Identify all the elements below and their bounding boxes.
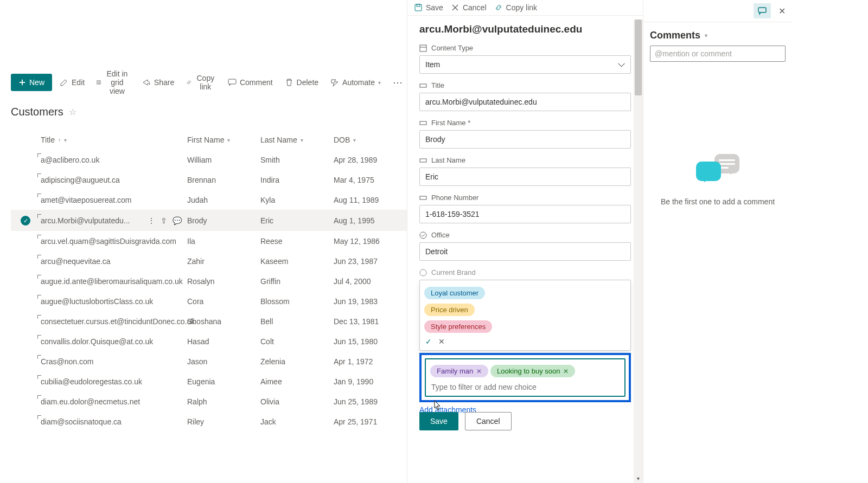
svg-rect-1	[228, 79, 236, 84]
column-header-lastname[interactable]: Last Name▾	[260, 136, 334, 144]
choice-filter-input[interactable]	[430, 379, 620, 392]
chevron-down-icon: ▾	[705, 33, 707, 38]
scroll-down-icon[interactable]: ▾	[634, 474, 643, 483]
row-lastname: Aimee	[260, 377, 334, 386]
phone-input[interactable]: 1-618-159-3521	[419, 205, 631, 223]
new-button[interactable]: New	[11, 74, 52, 91]
column-header-title[interactable]: Title↑▾	[41, 136, 187, 144]
row-title: arcu@nequevitae.ca	[41, 257, 111, 266]
column-header-firstname[interactable]: First Name▾	[187, 136, 260, 144]
form-cancel-button[interactable]: Cancel	[465, 412, 512, 430]
chevron-down-icon: ▾	[378, 80, 381, 86]
comment-input[interactable]: @mention or comment	[650, 46, 786, 62]
scroll-thumb[interactable]	[635, 20, 642, 95]
row-title: cubilia@eudoloregestas.co.uk	[41, 377, 142, 386]
row-dob: Apr 28, 1989	[334, 156, 407, 164]
row-comment-icon[interactable]: 💬	[173, 216, 182, 225]
title-input[interactable]: arcu.Morbi@vulputateduinec.edu	[419, 93, 631, 111]
lastname-label: Last Name	[419, 156, 631, 164]
row-firstname: Cora	[187, 297, 260, 306]
close-icon[interactable]: ✕	[778, 6, 786, 16]
tag-input[interactable]: Family man✕ Looking to buy soon✕	[425, 358, 626, 397]
comment-button[interactable]: Comment	[224, 74, 277, 91]
favorite-star-icon[interactable]: ☆	[69, 107, 76, 117]
table-row[interactable]: adipiscing@augueut.caBrennanIndiraMar 4,…	[11, 170, 407, 190]
svg-rect-3	[417, 4, 420, 7]
table-row[interactable]: arcu@nequevitae.caZahirKaseemJun 23, 198…	[11, 251, 407, 271]
content-type-label: Content Type	[419, 44, 631, 52]
svg-rect-4	[420, 45, 426, 51]
row-title: Cras@non.com	[41, 357, 93, 366]
content-type-select[interactable]: Item	[419, 55, 631, 74]
share-label: Share	[154, 78, 174, 87]
row-lastname: Kyla	[260, 196, 334, 204]
edit-label: Edit	[72, 78, 85, 87]
selected-tag[interactable]: Family man✕	[430, 365, 488, 377]
panel-save-button[interactable]: Save	[414, 3, 443, 12]
table-row[interactable]: consectetuer.cursus.et@tinciduntDonec.co…	[11, 311, 407, 331]
row-firstname: Riley	[187, 417, 260, 426]
confirm-icon[interactable]: ✓	[425, 337, 432, 346]
empty-comments-graphic	[696, 154, 739, 186]
row-lastname: Indira	[260, 176, 334, 184]
row-share-icon[interactable]: ⇪	[161, 216, 167, 225]
delete-button[interactable]: Delete	[280, 74, 323, 91]
item-title: arcu.Morbi@vulputateduinec.edu	[419, 23, 631, 35]
row-firstname: Hasad	[187, 337, 260, 346]
row-dob: Jan 9, 1990	[334, 377, 407, 386]
lastname-input[interactable]: Eric	[419, 168, 631, 186]
selected-tag[interactable]: Looking to buy soon✕	[490, 365, 575, 377]
office-input[interactable]: Detroit	[419, 242, 631, 261]
table-row[interactable]: Cras@non.comJasonZeleniaApr 1, 1972	[11, 351, 407, 371]
form-save-button[interactable]: Save	[419, 412, 458, 430]
comments-title[interactable]: Comments ▾	[643, 22, 792, 46]
sort-ascending-icon: ↑	[58, 137, 61, 143]
cancel-icon[interactable]: ✕	[438, 337, 445, 346]
remove-tag-icon[interactable]: ✕	[476, 368, 482, 375]
table-row[interactable]: cubilia@eudoloregestas.co.ukEugeniaAimee…	[11, 371, 407, 391]
remove-tag-icon[interactable]: ✕	[563, 368, 569, 375]
table-row[interactable]: amet@vitaeposuereat.comJudahKylaAug 11, …	[11, 190, 407, 210]
panel-save-label: Save	[426, 3, 443, 12]
office-label: Office	[419, 231, 631, 239]
firstname-input[interactable]: Brody	[419, 130, 631, 149]
more-actions-button[interactable]: ⋯	[388, 72, 407, 93]
table-row[interactable]: diam@sociisnatoque.caRileyJackApr 25, 19…	[11, 411, 407, 432]
panel-copylink-button[interactable]: Copy link	[494, 3, 538, 12]
row-firstname: Brody	[187, 216, 260, 225]
copy-link-button[interactable]: Copy link	[182, 69, 220, 95]
table-row[interactable]: augue@luctuslobortisClass.co.ukCoraBloss…	[11, 291, 407, 311]
row-dob: May 12, 1986	[334, 237, 407, 246]
selected-check-icon[interactable]: ✓	[21, 216, 30, 226]
row-more-icon[interactable]: ⋮	[148, 216, 155, 225]
table-row[interactable]: convallis.dolor.Quisque@at.co.ukHasadCol…	[11, 331, 407, 351]
edit-grid-label: Edit in grid view	[104, 69, 130, 95]
row-title: diam@sociisnatoque.ca	[41, 417, 122, 426]
row-firstname: Brennan	[187, 176, 260, 184]
table-row[interactable]: a@aclibero.co.ukWilliamSmithApr 28, 1989	[11, 150, 407, 170]
row-firstname: Zahir	[187, 257, 260, 266]
edit-button[interactable]: Edit	[55, 74, 89, 91]
edit-grid-button[interactable]: Edit in grid view	[92, 65, 135, 100]
item-details-panel: Save Cancel Copy link arcu.Morbi@vulputa…	[407, 0, 643, 483]
choice-option[interactable]: Loyal customer	[424, 287, 485, 299]
row-dob: Jun 15, 1980	[334, 337, 407, 346]
table-row[interactable]: augue.id.ante@liberomaurisaliquam.co.ukR…	[11, 271, 407, 291]
panel-cancel-button[interactable]: Cancel	[451, 3, 487, 12]
table-row[interactable]: arcu.vel.quam@sagittisDuisgravida.comIla…	[11, 231, 407, 251]
svg-rect-2	[415, 4, 422, 11]
choice-dropdown[interactable]: Loyal customer Price driven Style prefer…	[419, 280, 631, 351]
row-dob: Aug 1, 1995	[334, 216, 407, 225]
table-row[interactable]: ✓arcu.Morbi@vulputatedu... ⋮ ⇪ 💬 BrodyEr…	[11, 210, 407, 231]
row-title: amet@vitaeposuereat.com	[41, 196, 132, 204]
choice-option[interactable]: Price driven	[424, 304, 475, 316]
svg-point-10	[420, 269, 426, 276]
column-header-dob[interactable]: DOB▾	[334, 136, 407, 144]
table-row[interactable]: diam.eu.dolor@necmetus.netRalphOliviaJun…	[11, 391, 407, 411]
share-button[interactable]: Share	[138, 74, 178, 91]
panel-scrollbar[interactable]: ▴ ▾	[634, 20, 643, 483]
comments-toggle-icon[interactable]	[754, 3, 771, 18]
current-brand-label: Current Brand	[419, 268, 631, 276]
choice-option[interactable]: Style preferences	[424, 320, 492, 333]
automate-button[interactable]: Automate ▾	[326, 74, 385, 91]
